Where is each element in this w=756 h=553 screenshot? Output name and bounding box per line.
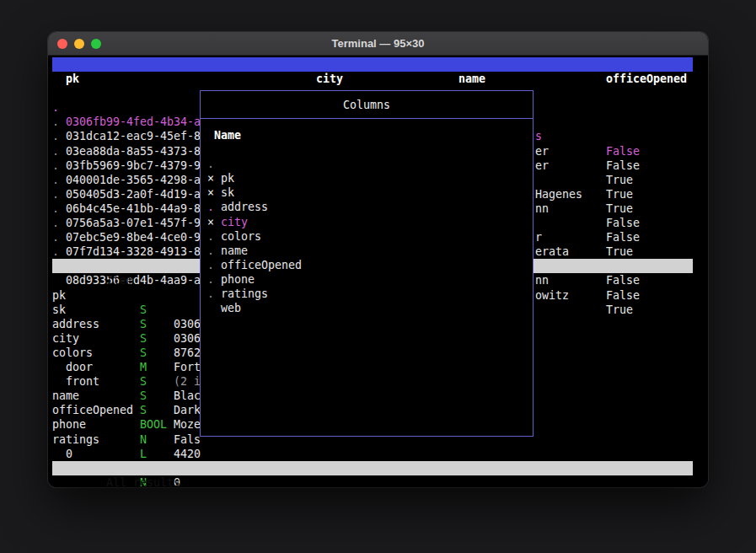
column-header-name: name [458,72,485,86]
terminal-screen[interactable]: Table: business-addresses pk city name o… [48,56,708,487]
column-item[interactable]: . pk [201,142,533,157]
column-item[interactable]: . officeOpened [201,229,533,244]
minimize-button[interactable] [74,39,84,49]
terminal-window: Terminal — 95×30 Table: business-address… [48,32,708,487]
zoom-button[interactable] [91,39,101,49]
column-item[interactable]: . name [201,215,533,229]
close-button[interactable] [57,39,67,49]
column-item[interactable]: × address [201,171,533,185]
status-text: All results [106,476,180,487]
column-header-officeopened: officeOpened [606,72,687,86]
column-item[interactable]: . phone [201,244,533,258]
column-item[interactable]: . web [201,272,533,287]
window-title: Terminal — 95×30 [332,37,425,50]
column-header-pk: pk [66,72,79,86]
column-label: web [221,301,241,315]
titlebar[interactable]: Terminal — 95×30 [48,32,708,56]
dialog-body: Name . pk × sk × address . [201,119,533,287]
status-bar: All results [52,461,693,475]
column-item[interactable]: . ratings [201,258,533,272]
column-headers: pk city name officeOpened [48,72,697,86]
column-item[interactable]: × sk [201,157,533,171]
dialog-name-header: Name [201,128,533,142]
attribute-row: 1 N 5 [48,447,697,461]
columns-dialog: Columns Name . pk × sk × address [200,90,533,437]
traffic-lights [57,39,101,49]
desktop-background: Terminal — 95×30 Table: business-address… [0,0,756,553]
column-item[interactable]: . city [201,185,533,200]
table-header-bar: Table: business-addresses [52,57,693,72]
column-header-city: city [316,72,343,86]
dialog-column-list: . pk × sk × address . city × [201,142,533,287]
dialog-title: Columns [201,91,533,119]
column-item[interactable]: × colors [201,200,533,214]
column-marker-icon: . [207,287,214,301]
